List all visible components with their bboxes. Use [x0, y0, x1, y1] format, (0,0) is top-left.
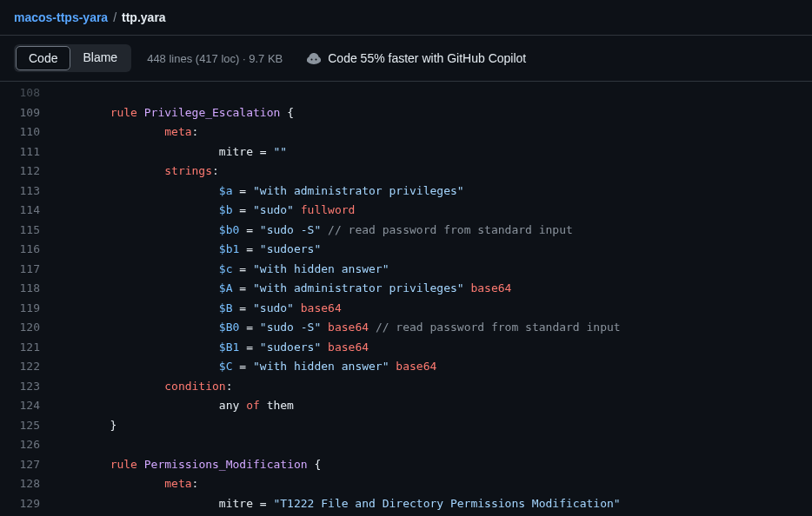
line-content: $a = "with administrator privileges"	[56, 182, 812, 202]
code-line: 111 mitre = ""	[0, 142, 812, 162]
file-info-text: 448 lines (417 loc) · 9.7 KB	[147, 52, 283, 65]
tab-blame[interactable]: Blame	[70, 46, 130, 70]
line-content: $b = "sudo" fullword	[56, 201, 812, 221]
line-number[interactable]: 122	[0, 357, 56, 377]
code-line: 114 $b = "sudo" fullword	[0, 201, 812, 221]
line-number[interactable]: 115	[0, 221, 56, 241]
breadcrumb-separator: /	[113, 10, 116, 24]
line-number[interactable]: 108	[0, 83, 56, 103]
line-number[interactable]: 125	[0, 416, 56, 436]
code-line: 127 rule Permissions_Modification {	[0, 455, 812, 475]
line-content: $A = "with administrator privileges" bas…	[56, 279, 812, 299]
line-content: any of them	[56, 396, 812, 416]
line-number[interactable]: 121	[0, 338, 56, 358]
line-content: strings:	[56, 162, 812, 182]
line-content: $b1 = "sudoers"	[56, 240, 812, 260]
line-content: rule Permissions_Modification {	[56, 455, 812, 475]
code-line: 126	[0, 435, 812, 455]
line-content: mitre = ""	[56, 142, 812, 162]
line-content: $B = "sudo" base64	[56, 299, 812, 319]
line-content: $b0 = "sudo -S" // read password from st…	[56, 221, 812, 241]
code-line: 109 rule Privilege_Escalation {	[0, 103, 812, 123]
line-number[interactable]: 118	[0, 279, 56, 299]
line-content: meta:	[56, 122, 812, 142]
line-number[interactable]: 123	[0, 377, 56, 397]
code-line: 121 $B1 = "sudoers" base64	[0, 338, 812, 358]
line-content: rule Privilege_Escalation {	[56, 103, 812, 123]
code-line: 115 $b0 = "sudo -S" // read password fro…	[0, 221, 812, 241]
line-content: $B1 = "sudoers" base64	[56, 338, 812, 358]
line-number[interactable]: 129	[0, 494, 56, 514]
code-line: 123 condition:	[0, 377, 812, 397]
line-number[interactable]: 126	[0, 435, 56, 455]
copilot-icon	[307, 51, 321, 65]
line-content: $c = "with hidden answer"	[56, 260, 812, 280]
line-content	[56, 435, 812, 455]
breadcrumb-file: ttp.yara	[122, 10, 166, 24]
line-number[interactable]: 113	[0, 182, 56, 202]
line-number[interactable]: 116	[0, 240, 56, 260]
line-number[interactable]: 109	[0, 103, 56, 123]
code-line: 120 $B0 = "sudo -S" base64 // read passw…	[0, 318, 812, 338]
line-number[interactable]: 111	[0, 142, 56, 162]
line-content: $B0 = "sudo -S" base64 // read password …	[56, 318, 812, 338]
line-content: condition:	[56, 377, 812, 397]
line-number[interactable]: 119	[0, 299, 56, 319]
line-number[interactable]: 128	[0, 474, 56, 494]
view-tab-group: Code Blame	[14, 44, 131, 72]
line-number[interactable]: 114	[0, 201, 56, 221]
code-line: 124 any of them	[0, 396, 812, 416]
code-line: 108	[0, 83, 812, 103]
line-number[interactable]: 117	[0, 260, 56, 280]
line-number[interactable]: 112	[0, 162, 56, 182]
code-view[interactable]: 108 109 rule Privilege_Escalation {110 m…	[0, 82, 812, 513]
line-number[interactable]: 120	[0, 318, 56, 338]
code-line: 116 $b1 = "sudoers"	[0, 240, 812, 260]
code-line: 113 $a = "with administrator privileges"	[0, 182, 812, 202]
copilot-prompt[interactable]: Code 55% faster with GitHub Copilot	[307, 51, 526, 65]
code-line: 117 $c = "with hidden answer"	[0, 260, 812, 280]
breadcrumb: macos-ttps-yara / ttp.yara	[0, 0, 812, 36]
code-line: 122 $C = "with hidden answer" base64	[0, 357, 812, 377]
line-number[interactable]: 127	[0, 455, 56, 475]
line-content: $C = "with hidden answer" base64	[56, 357, 812, 377]
code-line: 118 $A = "with administrator privileges"…	[0, 279, 812, 299]
code-line: 129 mitre = "T1222 File and Directory Pe…	[0, 494, 812, 514]
line-content: mitre = "T1222 File and Directory Permis…	[56, 494, 812, 514]
code-line: 110 meta:	[0, 122, 812, 142]
line-number[interactable]: 124	[0, 396, 56, 416]
breadcrumb-repo-link[interactable]: macos-ttps-yara	[14, 10, 108, 24]
file-toolbar: Code Blame 448 lines (417 loc) · 9.7 KB …	[0, 36, 812, 82]
line-number[interactable]: 110	[0, 122, 56, 142]
copilot-text: Code 55% faster with GitHub Copilot	[328, 51, 526, 65]
code-line: 119 $B = "sudo" base64	[0, 299, 812, 319]
code-line: 112 strings:	[0, 162, 812, 182]
line-content: meta:	[56, 474, 812, 494]
line-content	[56, 83, 812, 103]
tab-code[interactable]: Code	[16, 46, 70, 70]
code-line: 128 meta:	[0, 474, 812, 494]
code-line: 125 }	[0, 416, 812, 436]
line-content: }	[56, 416, 812, 436]
